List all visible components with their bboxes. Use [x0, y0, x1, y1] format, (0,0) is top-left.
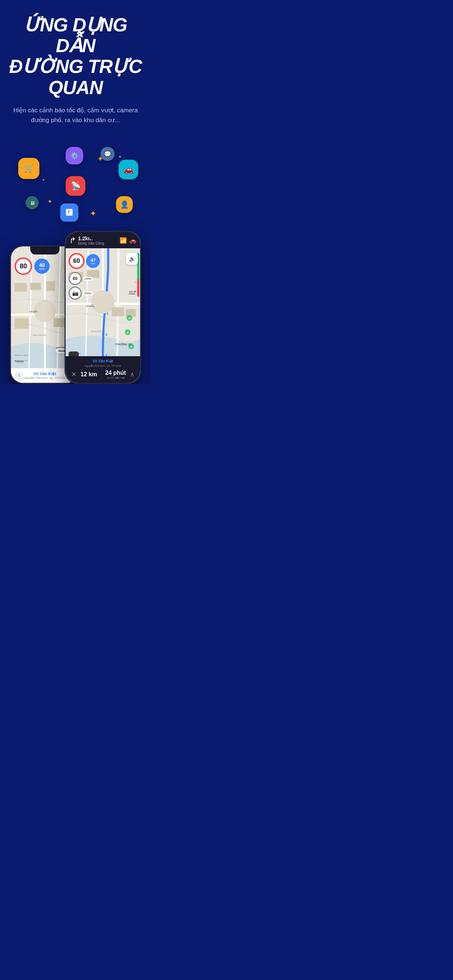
star-icon: ✦ [90, 209, 96, 218]
right-phone-frame: ↱ 1.2km Đồng Văn Công 📶 🚗 [65, 231, 141, 384]
warning-distance-label: 100m [83, 277, 93, 281]
shopping-cart-icon: 🛒 [18, 158, 39, 179]
star-icon: ✦ [48, 198, 52, 205]
warning-badges: 80 100m 📷 400m [69, 272, 93, 300]
floating-icons-area: ✦ ✦ ✦ ✦ ✦ 🛒 ⚙️ 💬 📡 🚗 🖥 🅿 👤 [7, 136, 144, 231]
close-button[interactable]: ✕ [71, 371, 77, 379]
sound-button-right[interactable]: 🔊 [126, 253, 138, 265]
star-icon: ✦ [42, 178, 45, 182]
phones-section: 30° AN LỢIĐÔNG TÔ HỮU Sông Sài Gòn PHƯƠN… [0, 231, 151, 384]
wifi-icon: 📶 [120, 237, 127, 244]
phone-notch-right [88, 232, 118, 240]
right-controls-right: 🔊 [126, 253, 138, 265]
right-phone: ↱ 1.2km Đồng Văn Công 📶 🚗 [65, 231, 141, 384]
camera-warning-circle: 📷 [69, 286, 82, 300]
speed-warning-circle: 80 [69, 272, 82, 285]
screen-icon: 🖥 [26, 196, 39, 209]
stat-divider [101, 369, 101, 380]
left-phone: 30° AN LỢIĐÔNG TÔ HỮU Sông Sài Gòn PHƯƠN… [10, 245, 73, 384]
route-sub-right: Nguyễn Thái Bình, Q1, TP.HCM [69, 364, 136, 368]
speed-limit-badge: 80 [14, 258, 32, 275]
speed-badges-right: 60 47 km/h [69, 253, 100, 269]
svg-rect-9 [14, 318, 29, 329]
map-label-to-huu-right: TÔ HỮU [86, 305, 94, 307]
star-icon: ✦ [118, 154, 122, 159]
svg-rect-24 [112, 307, 124, 316]
chat-icon: 💬 [100, 147, 115, 161]
bottom-stats: ✕ 12 km 24 phút 10:05 đến nơi ∧ [69, 369, 136, 380]
hero-subtitle: Hiện các cảnh báo tốc độ, cấm vượt, came… [7, 105, 144, 125]
hero-title: ỨNG DỤNG DẪN ĐƯỜNG TRỰC QUAN [7, 14, 144, 98]
route-name-left: Võ Văn Kiệt [24, 372, 65, 376]
svg-text:P: P [127, 331, 129, 334]
map-label-thanh: THÀNH [14, 360, 24, 363]
hero-section: ỨNG DỤNG DẪN ĐƯỜNG TRỰC QUAN Hiện các cả… [0, 0, 151, 231]
warning-badge-speed: 80 100m [69, 272, 93, 285]
nav-header-right: 📶 🚗 [120, 237, 136, 244]
person-icon: 👤 [116, 196, 133, 213]
svg-rect-8 [46, 281, 55, 291]
up-arrow-button[interactable]: ↑ [14, 371, 23, 380]
svg-text:P: P [129, 317, 131, 320]
svg-rect-10 [53, 318, 65, 327]
map-label-phuong-right: PHƯƠNG 13 [116, 343, 131, 346]
settings-icon: ⚙️ [65, 147, 83, 164]
phone-notch [30, 247, 59, 255]
car-icon-header: 🚗 [129, 237, 136, 244]
total-distance-stat: 12 km [81, 371, 97, 378]
map-label-an-loi: AN LỢIĐÔNG [129, 290, 136, 295]
map-label-song-right: Sông Sài Gòn [91, 330, 105, 332]
car-icon: 🚗 [118, 160, 138, 180]
svg-point-26 [91, 291, 114, 313]
speed-badges-left: 80 40 km/h [14, 258, 49, 275]
map-label-to-huu: TÔ HỮU [29, 310, 38, 313]
bottom-bar-right: Võ Văn Kiệt Nguyễn Thái Bình, Q1, TP.HCM… [65, 356, 140, 383]
speed-limit-badge-right: 60 [69, 253, 85, 269]
map-label-majestic: Majestic Hotel [14, 354, 29, 356]
camera-distance-label: 400m [83, 291, 93, 295]
route-sub-left: Nguyễn Thái Bình, Q1, TP.HCM [24, 376, 65, 380]
travel-time-stat: 24 phút 10:05 đến nơi [105, 370, 126, 380]
route-name-right: Võ Văn Kiệt [69, 359, 136, 363]
current-speed-badge: 40 km/h [34, 258, 49, 274]
chevron-up-button[interactable]: ∧ [130, 371, 135, 379]
svg-rect-6 [14, 283, 27, 292]
map-label-song: Sông Sài Gòn [33, 334, 46, 336]
turn-arrow-icon: ↱ [69, 236, 76, 245]
current-speed-badge-right: 47 km/h [86, 254, 100, 268]
camera-icon: 📡 [65, 176, 85, 196]
svg-rect-7 [30, 283, 41, 290]
parking-icon: 🅿 [60, 204, 78, 222]
warning-badge-camera: 📷 400m [69, 286, 93, 300]
